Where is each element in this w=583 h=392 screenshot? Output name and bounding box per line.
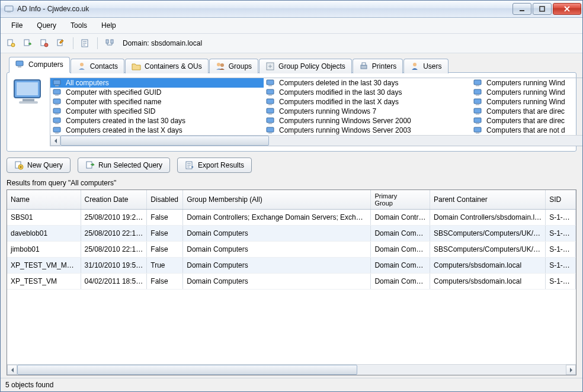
toolbar-button-2[interactable] <box>21 36 35 50</box>
tab-groups[interactable]: Groups <box>209 59 258 73</box>
tab-computers[interactable]: Computers <box>9 57 70 73</box>
svg-rect-31 <box>55 104 59 105</box>
svg-rect-55 <box>476 104 479 105</box>
toolbar-button-1[interactable] <box>4 36 18 50</box>
scroll-thumb[interactable] <box>17 365 357 375</box>
table-row[interactable]: SBS0125/08/2010 19:26:41FalseDomain Cont… <box>7 210 576 226</box>
menu-file[interactable]: File <box>4 19 30 32</box>
col-creation[interactable]: Creation Date <box>81 190 147 210</box>
toolbar-button-3[interactable] <box>37 36 52 50</box>
query-item[interactable]: Computer with specified GUID <box>50 88 264 97</box>
query-item[interactable]: Computers running Windows Server 2000 <box>264 116 471 126</box>
query-item[interactable]: Computer with specified SID <box>50 107 264 116</box>
minimize-button[interactable] <box>512 3 531 15</box>
svg-point-21 <box>413 63 417 66</box>
button-label: Run Selected Query <box>98 161 162 169</box>
query-item-label: Computer with specified name <box>66 98 161 106</box>
scroll-left-arrow[interactable] <box>50 136 60 146</box>
cell-disabled: False <box>147 210 183 226</box>
query-item[interactable]: Computers running Wind <box>471 88 582 97</box>
query-item-label: Computers running Wind <box>486 88 565 97</box>
query-item-label: Computers running Windows Server 2003 <box>279 126 411 134</box>
maximize-button[interactable] <box>533 3 552 15</box>
query-list-hscroll[interactable] <box>50 135 582 146</box>
svg-rect-3 <box>540 7 544 11</box>
scroll-thumb[interactable] <box>60 136 269 146</box>
query-item[interactable]: All computers <box>50 78 264 88</box>
col-parent[interactable]: Parent Container <box>430 190 545 210</box>
close-button[interactable] <box>553 3 581 15</box>
tab-gpo[interactable]: Group Policy Objects <box>259 59 352 73</box>
query-item-label: Computers created in the last X days <box>66 126 182 134</box>
menu-tools[interactable]: Tools <box>63 19 94 32</box>
query-item[interactable]: Computers created in the last X days <box>50 126 264 135</box>
svg-rect-6 <box>24 40 29 46</box>
query-item[interactable]: Computers that are not d <box>471 126 582 135</box>
computer-icon <box>266 108 276 115</box>
toolbar-domain-icon[interactable] <box>102 36 117 50</box>
col-sid[interactable]: SID <box>546 190 576 210</box>
col-name[interactable]: Name <box>7 190 81 210</box>
col-membership[interactable]: Group Membership (All) <box>183 190 371 210</box>
cell-membership: Domain Computers <box>183 226 371 242</box>
button-label: Export Results <box>198 161 244 169</box>
col-primary-group[interactable]: PrimaryGroup <box>371 190 430 210</box>
scroll-track[interactable] <box>17 365 566 375</box>
cell-creation: 25/08/2010 19:26:41 <box>81 210 147 226</box>
query-item[interactable]: Computers that are direc <box>471 107 582 116</box>
table-row[interactable]: XP_TEST_VM04/02/2011 18:58:51FalseDomain… <box>7 274 576 290</box>
query-item[interactable]: Computer with specified name <box>50 97 264 107</box>
svg-rect-30 <box>53 99 60 104</box>
svg-point-17 <box>220 63 224 67</box>
query-item[interactable]: Computers that are direc <box>471 116 582 126</box>
computer-icon <box>473 127 483 134</box>
cell-creation: 31/10/2010 19:57:29 <box>81 258 147 274</box>
query-item[interactable]: Computers deleted in the last 30 days <box>264 78 471 88</box>
query-item[interactable]: Computers running Wind <box>471 78 582 88</box>
query-item[interactable]: Computers created in the last 30 days <box>50 116 264 126</box>
cell-sid: S-1-5-21 <box>546 274 576 290</box>
cell-sid: S-1-5-21 <box>546 242 576 258</box>
tab-printers[interactable]: Printers <box>353 59 403 73</box>
query-item[interactable]: Computers running Windows 7 <box>264 107 471 116</box>
query-item[interactable]: Computers modified in the last 30 days <box>264 88 471 97</box>
scroll-right-arrow[interactable] <box>566 365 576 375</box>
svg-point-8 <box>44 43 48 47</box>
tab-containers[interactable]: Containers & OUs <box>125 59 209 73</box>
svg-rect-58 <box>474 118 481 123</box>
scroll-track[interactable] <box>60 136 582 146</box>
toolbar-button-4[interactable] <box>54 36 68 50</box>
query-item[interactable]: Computers running Windows Server 2003 <box>264 126 471 135</box>
menu-query[interactable]: Query <box>30 19 63 32</box>
table-row[interactable]: jimbob0125/08/2010 22:17:54FalseDomain C… <box>7 242 576 258</box>
run-selected-query-button[interactable]: Run Selected Query <box>78 158 170 173</box>
button-label: New Query <box>27 161 63 169</box>
svg-rect-37 <box>55 133 59 134</box>
tab-contacts[interactable]: Contacts <box>71 59 124 73</box>
results-caption: Results from query "All computers" <box>7 179 576 187</box>
col-disabled[interactable]: Disabled <box>147 190 183 210</box>
cell-name: XP_TEST_VM <box>7 274 81 290</box>
svg-rect-26 <box>53 80 60 85</box>
query-item[interactable]: Computers running Wind <box>471 97 582 107</box>
results-hscroll[interactable] <box>7 364 576 375</box>
new-query-button[interactable]: New Query <box>7 158 71 173</box>
svg-rect-49 <box>268 133 272 134</box>
table-row[interactable]: daveblob0125/08/2010 22:17:54FalseDomain… <box>7 226 576 242</box>
query-item[interactable]: Computers modified in the last X days <box>264 97 471 107</box>
svg-rect-28 <box>53 89 60 94</box>
query-list: All computersComputer with specified GUI… <box>50 78 582 146</box>
export-results-button[interactable]: Export Results <box>177 158 252 173</box>
tab-users[interactable]: Users <box>403 59 448 73</box>
cell-name: daveblob01 <box>7 226 81 242</box>
menu-help[interactable]: Help <box>94 19 123 32</box>
svg-rect-19 <box>361 65 367 69</box>
svg-rect-40 <box>267 89 274 94</box>
scroll-left-arrow[interactable] <box>7 365 17 375</box>
svg-rect-50 <box>474 80 481 85</box>
table-row[interactable]: XP_TEST_VM_MACH31/10/2010 19:57:29TrueDo… <box>7 258 576 274</box>
svg-rect-0 <box>5 6 13 11</box>
svg-rect-56 <box>474 108 481 113</box>
toolbar-button-5[interactable] <box>78 36 92 50</box>
computer-icon <box>473 117 483 124</box>
